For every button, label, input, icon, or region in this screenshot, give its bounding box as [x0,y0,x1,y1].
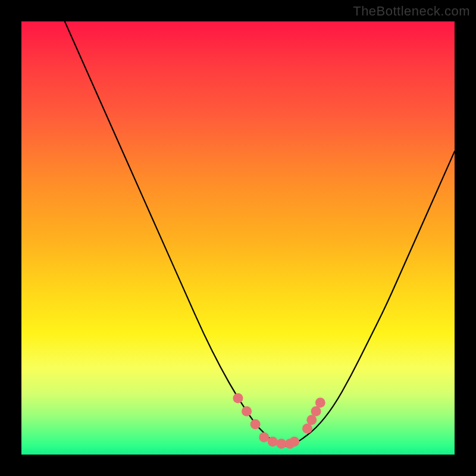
chart-marker [276,439,286,449]
bottleneck-curve [65,21,455,446]
chart-marker [233,393,243,403]
chart-markers [233,393,325,449]
chart-marker [315,397,325,408]
chart-marker [311,406,321,416]
chart-marker [268,437,278,447]
chart-overlay [21,21,455,455]
watermark-text: TheBottleneck.com [353,4,470,19]
chart-marker [242,406,252,416]
chart-plot-area [21,21,455,455]
chart-marker [302,424,312,434]
chart-frame: TheBottleneck.com [0,0,476,476]
chart-marker [259,432,269,442]
chart-marker [250,419,261,430]
chart-marker [289,437,299,447]
chart-marker [306,415,317,425]
